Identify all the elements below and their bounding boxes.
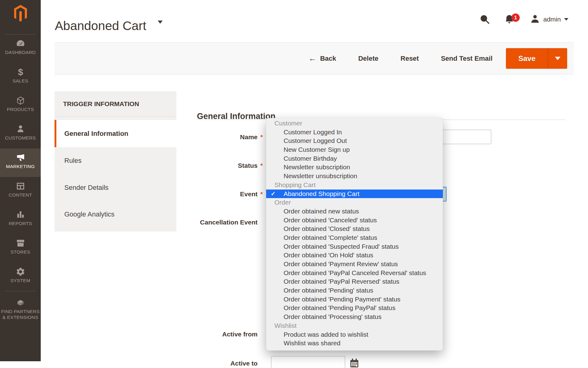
event-group-label: Order	[266, 198, 443, 207]
field-label-row: Cancellation Event*	[116, 215, 265, 229]
customers-icon	[0, 123, 41, 135]
sidebar-item-reports[interactable]: REPORTS	[0, 205, 41, 234]
sidebar-item-label: FIND PARTNERS	[0, 309, 41, 314]
event-option[interactable]: Order obtained 'Pending PayPal' status	[266, 304, 443, 312]
field-label-row: Status*	[116, 158, 265, 173]
active-to-input[interactable]	[271, 356, 345, 368]
event-option[interactable]: New Customer Sign up	[266, 145, 443, 154]
sidebar-item-label: & EXTENSIONS	[0, 314, 41, 320]
event-option[interactable]: Order obtained 'Pending Payment' status	[266, 295, 443, 304]
sidebar-item-products[interactable]: PRODUCTS	[0, 91, 41, 120]
sidebar-item-label: CONTENT	[0, 192, 41, 198]
event-option[interactable]: Order obtained 'Suspected Fraud' status	[266, 242, 443, 251]
required-asterisk: *	[260, 190, 265, 198]
stores-icon	[0, 237, 41, 249]
sidebar-item-label: PRODUCTS	[0, 106, 41, 112]
field-label-row: Name*	[116, 130, 265, 144]
page-title: Abandoned Cart	[55, 19, 146, 33]
event-option[interactable]: Wishlist was shared	[266, 339, 443, 348]
sidebar-item-customers[interactable]: CUSTOMERS	[0, 120, 41, 148]
event-option[interactable]: Order obtained 'Payment Review' status	[266, 260, 443, 269]
panel-title: TRIGGER INFORMATION	[55, 91, 176, 117]
content-icon	[0, 180, 41, 192]
notification-badge[interactable]: 1	[511, 13, 520, 22]
sidebar-item-system[interactable]: SYSTEM	[0, 263, 41, 291]
products-icon	[0, 95, 41, 106]
event-option[interactable]: Newsletter unsubscription	[266, 172, 443, 181]
field-label: Cancellation Event	[200, 219, 258, 226]
event-option[interactable]: Order obtained 'Processing' status	[266, 312, 443, 321]
event-option[interactable]: Order obtained 'Pending' status	[266, 286, 443, 295]
event-option[interactable]: Order obtained 'Complete' status	[266, 233, 443, 242]
sidebar-item-label: REPORTS	[0, 220, 41, 226]
field-label: Active from	[222, 331, 258, 338]
event-option[interactable]: Order obtained 'On Hold' status	[266, 251, 443, 260]
sidebar-item-label: CUSTOMERS	[0, 135, 41, 141]
extensions-icon	[0, 297, 41, 309]
marketing-icon	[0, 152, 41, 163]
svg-text:$: $	[18, 67, 23, 77]
sidebar-item-content[interactable]: CONTENT	[0, 177, 41, 205]
sales-icon: $	[0, 66, 41, 78]
sidebar-item-label: SALES	[0, 78, 41, 84]
toolbar-buttons: ←BackDeleteResetSend Test Email	[286, 54, 492, 63]
magento-logo[interactable]	[13, 4, 28, 23]
back-arrow-icon: ←	[308, 54, 316, 63]
save-caret-icon	[555, 57, 560, 60]
sidebar-divider	[5, 291, 36, 291]
calendar-icon[interactable]	[349, 358, 360, 368]
sidebar-item-sales[interactable]: $SALES	[0, 63, 41, 91]
sidebar-item-label: MARKETING	[0, 163, 41, 169]
field-label: Event	[240, 190, 258, 198]
event-option[interactable]: Product was added to wishlist	[266, 330, 443, 339]
sidebar-item-label: STORES	[0, 249, 41, 255]
event-group-label: Customer	[266, 119, 443, 128]
delete-button[interactable]: Delete	[358, 55, 379, 63]
page-title-caret-icon[interactable]	[158, 21, 163, 24]
event-option[interactable]: Order obtained new status	[266, 207, 443, 216]
event-option[interactable]: Order obtained 'Canceled' status	[266, 216, 443, 225]
sidebar-item-stores[interactable]: STORES	[0, 234, 41, 263]
event-option[interactable]: Customer Birthday	[266, 154, 443, 163]
search-icon[interactable]	[480, 14, 490, 25]
event-group-label: Shopping Cart	[266, 181, 443, 190]
user-menu-caret-icon[interactable]	[564, 18, 568, 21]
required-asterisk: *	[260, 133, 265, 141]
event-option[interactable]: Order obtained 'Closed' status	[266, 224, 443, 233]
field-label: Status	[238, 162, 258, 169]
dashboard-icon	[0, 38, 41, 49]
event-dropdown-menu: CustomerCustomer Logged InCustomer Logge…	[266, 118, 443, 351]
field-label: Name	[240, 133, 258, 141]
save-button[interactable]: Save	[506, 48, 548, 69]
admin-sidebar: DASHBOARD$SALESPRODUCTSCUSTOMERSMARKETIN…	[0, 0, 41, 361]
sidebar-item-marketing[interactable]: MARKETING	[0, 148, 41, 177]
required-asterisk: *	[260, 162, 265, 169]
system-icon	[0, 266, 41, 278]
checkmark-icon: ✓	[271, 190, 276, 198]
save-split-button: Save	[506, 48, 567, 69]
event-option[interactable]: Customer Logged Out	[266, 136, 443, 145]
person-icon[interactable]	[530, 14, 540, 24]
reports-icon	[0, 209, 41, 220]
event-option[interactable]: Order obtained 'PayPal Reversed' status	[266, 277, 443, 286]
user-menu[interactable]: admin	[543, 16, 561, 23]
sidebar-item-label: SYSTEM	[0, 278, 41, 283]
field-label: Active to	[230, 360, 258, 367]
reset-button[interactable]: Reset	[401, 55, 419, 63]
sidebar-item-label: DASHBOARD	[0, 49, 41, 55]
page-actions-toolbar: ←BackDeleteResetSend Test Email Save	[55, 42, 574, 75]
event-option[interactable]: Order obtained 'PayPal Canceled Reversal…	[266, 269, 443, 278]
field-label-row: Event*	[116, 187, 265, 201]
event-option-selected[interactable]: Abandoned Shopping Cart✓	[266, 190, 443, 198]
sidebar-item-dashboard[interactable]: DASHBOARD	[0, 34, 41, 63]
send-test-email-button[interactable]: Send Test Email	[441, 55, 492, 63]
back-button[interactable]: ←Back	[308, 54, 336, 63]
field-label-row: Active to*	[116, 356, 265, 368]
event-option[interactable]: Newsletter subscription	[266, 163, 443, 172]
event-group-label: Wishlist	[266, 321, 443, 330]
sidebar-item-find-partners-extensions[interactable]: FIND PARTNERS& EXTENSIONS	[0, 293, 41, 327]
event-option[interactable]: Customer Logged In	[266, 128, 443, 137]
field-label-row: Active from*	[116, 327, 265, 341]
save-options-button[interactable]	[548, 48, 567, 69]
